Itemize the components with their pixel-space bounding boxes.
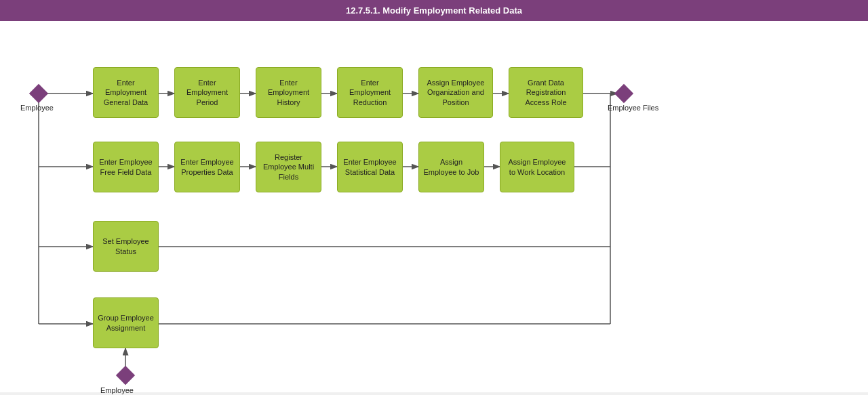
title-text: 12.7.5.1. Modify Employment Related Data [346,5,522,16]
node-group-employee-assignment[interactable]: Group Employee Assignment [93,297,159,348]
node-assign-employee-work-location[interactable]: Assign Employee to Work Location [500,142,574,192]
node-enter-employee-properties[interactable]: Enter Employee Properties Data [174,142,240,192]
employee-selection-label: Employee Selection Template [100,386,134,395]
node-enter-employee-statistical[interactable]: Enter Employee Statistical Data [337,142,403,192]
title-bar: 12.7.5.1. Modify Employment Related Data [0,0,868,21]
node-assign-employee-job[interactable]: Assign Employee to Job [418,142,484,192]
diagram-area: Employee Employee Files Employee Selecti… [0,21,868,392]
node-enter-employment-general[interactable]: Enter Employment General Data [93,67,159,118]
employee-diamond [29,84,48,103]
employee-files-diamond [614,84,633,103]
node-grant-data-registration[interactable]: Grant Data Registration Access Role [509,67,583,118]
employee-files-label: Employee Files [608,104,658,112]
node-enter-employment-history[interactable]: Enter Employment History [256,67,321,118]
node-register-employee-multi[interactable]: Register Employee Multi Fields [256,142,321,192]
node-enter-employee-free-field[interactable]: Enter Employee Free Field Data [93,142,159,192]
employee-selection-diamond [116,366,135,385]
node-assign-employee-org[interactable]: Assign Employee Organization and Positio… [418,67,493,118]
employee-label: Employee [20,104,54,112]
node-enter-employment-reduction[interactable]: Enter Employment Reduction [337,67,403,118]
node-enter-employment-period[interactable]: Enter Employment Period [174,67,240,118]
node-set-employee-status[interactable]: Set Employee Status [93,221,159,272]
